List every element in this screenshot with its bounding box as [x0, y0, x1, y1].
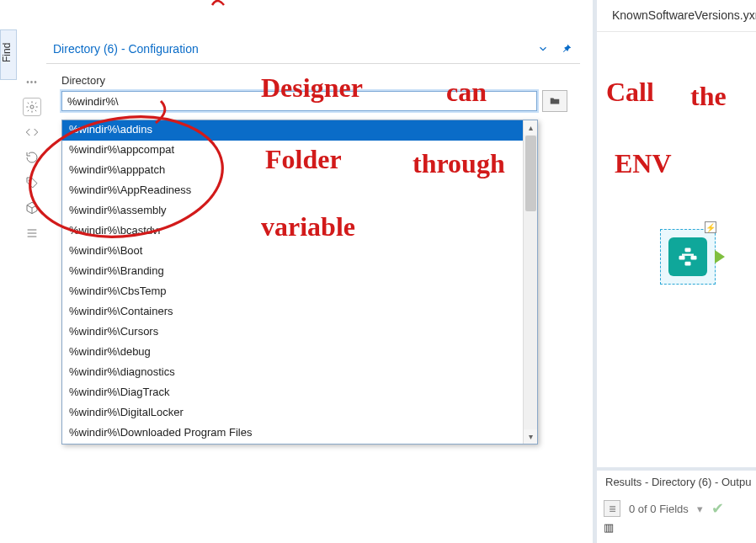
results-panel-title: Results - Directory (6) - Outpu [597, 471, 756, 496]
directory-tool-icon [668, 237, 707, 276]
scroll-up-icon[interactable]: ▴ [524, 120, 538, 135]
directory-label: Directory [61, 74, 580, 87]
output-anchor-icon[interactable] [715, 250, 725, 264]
workflow-canvas: KnownSoftwareVersions.yxm ⚡ Results - Di… [593, 0, 756, 543]
dropdown-item[interactable]: %windir%\Cursors [62, 322, 537, 343]
dropdown-item[interactable]: %windir%\debug [62, 343, 537, 363]
pin-icon[interactable] [560, 42, 573, 56]
config-panel-header: Directory (6) - Configuration [46, 34, 580, 64]
svg-rect-3 [679, 256, 685, 260]
chevron-down-icon[interactable] [536, 42, 550, 56]
results-fields-text[interactable]: 0 of 0 Fields [629, 503, 689, 515]
dropdown-item[interactable]: %windir%\DigitalLocker [62, 403, 537, 423]
dropdown-item[interactable]: %windir%\DiagTrack [62, 383, 537, 403]
svg-rect-2 [685, 248, 691, 253]
scroll-down-icon[interactable]: ▾ [524, 429, 538, 444]
lightning-icon: ⚡ [705, 221, 716, 233]
dropdown-item[interactable]: %windir%\AppReadiness [62, 181, 537, 201]
refresh-icon[interactable] [23, 148, 41, 167]
scroll-thumb[interactable] [525, 136, 536, 211]
check-icon[interactable]: ✔ [711, 499, 724, 518]
list-icon[interactable] [23, 224, 41, 242]
directory-autocomplete-dropdown: %windir%\addins%windir%\appcompat%windir… [61, 120, 538, 445]
find-tab[interactable]: Find [0, 29, 17, 80]
chevron-down-icon[interactable]: ▾ [697, 503, 703, 515]
dropdown-item[interactable]: %windir%\appcompat [62, 141, 537, 161]
dropdown-item[interactable]: %windir%\Downloaded Program Files [62, 423, 537, 444]
dropdown-item[interactable]: %windir%\Boot [62, 242, 537, 262]
dropdown-item[interactable]: %windir%\Containers [62, 302, 537, 322]
results-rows-icon[interactable]: ≣ [604, 500, 620, 517]
results-view-icon[interactable]: ▥ [604, 521, 756, 534]
workflow-tab-title[interactable]: KnownSoftwareVersions.yxm [597, 0, 756, 32]
dropdown-item[interactable]: %windir%\apppatch [62, 161, 537, 181]
dropdown-item[interactable]: %windir%\CbsTemp [62, 282, 537, 302]
gear-icon[interactable] [23, 98, 41, 116]
dropdown-item[interactable]: %windir%\assembly [62, 201, 537, 221]
directory-input[interactable] [61, 91, 537, 111]
config-panel-title: Directory (6) - Configuration [53, 42, 199, 56]
more-icon[interactable]: ••• [23, 72, 41, 91]
browse-folder-button[interactable] [542, 90, 567, 112]
svg-rect-5 [685, 262, 691, 266]
directory-tool-node[interactable]: ⚡ [660, 229, 716, 285]
dropdown-item[interactable]: %windir%\addins [62, 120, 537, 141]
left-toolbar: ••• [20, 72, 44, 242]
dropdown-scrollbar[interactable]: ▴ ▾ [523, 120, 537, 444]
tag-icon[interactable] [23, 173, 41, 192]
svg-rect-4 [691, 256, 697, 260]
dropdown-item[interactable]: %windir%\bcastdvr [62, 221, 537, 242]
dropdown-item[interactable]: %windir%\diagnostics [62, 363, 537, 383]
svg-point-0 [30, 105, 34, 109]
results-panel: Results - Directory (6) - Outpu ≣ 0 of 0… [597, 467, 756, 543]
dropdown-item[interactable]: %windir%\Branding [62, 262, 537, 282]
svg-point-1 [29, 179, 30, 181]
cube-icon[interactable] [23, 199, 41, 217]
code-icon[interactable] [23, 123, 41, 141]
